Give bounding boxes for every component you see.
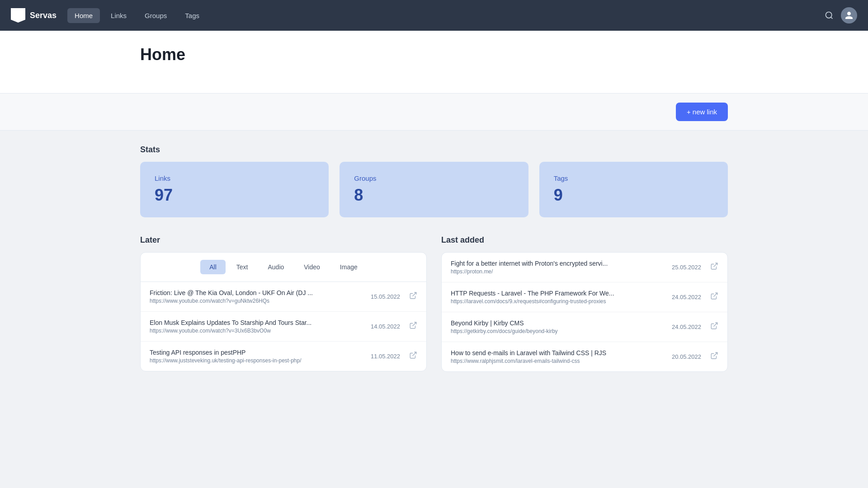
link-url: https://laravel.com/docs/9.x/requests#co… <box>451 298 666 305</box>
stat-tags: Tags 9 <box>539 162 728 217</box>
link-info: HTTP Requests - Laravel - The PHP Framew… <box>451 290 666 305</box>
link-title: Fight for a better internet with Proton'… <box>451 260 666 267</box>
stats-section: Stats Links 97 Groups 8 Tags 9 <box>140 145 728 217</box>
last-added-list-item: Fight for a better internet with Proton'… <box>442 253 727 282</box>
last-added-section: Last added Fight for a better internet w… <box>441 235 728 372</box>
link-date: 20.05.2022 <box>672 353 701 360</box>
link-title: Elon Musk Explains Updates To Starship A… <box>150 319 365 326</box>
link-url: https://www.youtube.com/watch?v=3Ux6B3bv… <box>150 328 365 334</box>
link-info: Testing API responses in pestPHP https:/… <box>150 349 365 364</box>
main-content: Stats Links 97 Groups 8 Tags 9 <box>122 131 746 390</box>
link-title: Beyond Kirby | Kirby CMS <box>451 319 666 327</box>
later-panel: All Text Audio Video Image Friction: Liv… <box>140 252 427 371</box>
new-link-button[interactable]: + new link <box>676 103 728 121</box>
nav-home[interactable]: Home <box>67 8 100 23</box>
svg-line-3 <box>413 352 416 356</box>
page-title-section: Home <box>0 31 868 94</box>
svg-point-0 <box>826 12 832 18</box>
page-title: Home <box>140 45 728 64</box>
svg-line-6 <box>714 323 717 326</box>
filter-video[interactable]: Video <box>295 260 329 274</box>
filter-text[interactable]: Text <box>227 260 257 274</box>
link-info: Friction: Live @ The Kia Oval, London - … <box>150 289 365 304</box>
avatar-icon <box>844 11 854 20</box>
external-link-icon[interactable] <box>710 262 718 272</box>
stat-links-value: 97 <box>155 186 314 205</box>
link-title: HTTP Requests - Laravel - The PHP Framew… <box>451 290 666 297</box>
toolbar: + new link <box>0 94 868 131</box>
stats-grid: Links 97 Groups 8 Tags 9 <box>140 162 728 217</box>
stat-links: Links 97 <box>140 162 329 217</box>
search-button[interactable] <box>821 7 837 23</box>
filter-image[interactable]: Image <box>331 260 367 274</box>
svg-line-2 <box>413 322 416 326</box>
nav-links[interactable]: Links <box>104 8 134 23</box>
stat-groups-label: Groups <box>354 174 514 182</box>
external-link-icon[interactable] <box>409 321 417 332</box>
link-date: 11.05.2022 <box>371 353 400 360</box>
stat-groups: Groups 8 <box>340 162 528 217</box>
link-url: https://getkirby.com/docs/guide/beyond-k… <box>451 328 666 334</box>
user-avatar[interactable] <box>841 7 857 23</box>
link-title: How to send e-mails in Laravel with Tail… <box>451 349 666 357</box>
stat-links-label: Links <box>155 174 314 182</box>
link-info: Elon Musk Explains Updates To Starship A… <box>150 319 365 334</box>
last-added-panel: Fight for a better internet with Proton'… <box>441 252 728 372</box>
filter-audio[interactable]: Audio <box>259 260 293 274</box>
link-url: https://www.juststeveking.uk/testing-api… <box>150 357 365 364</box>
filter-tabs: All Text Audio Video Image <box>141 253 426 282</box>
later-title: Later <box>140 235 427 245</box>
last-added-list-item: HTTP Requests - Laravel - The PHP Framew… <box>442 282 727 312</box>
link-title: Friction: Live @ The Kia Oval, London - … <box>150 289 365 296</box>
stat-groups-value: 8 <box>354 186 514 205</box>
link-date: 24.05.2022 <box>672 294 701 300</box>
link-date: 14.05.2022 <box>371 323 400 330</box>
logo-icon <box>11 8 25 23</box>
svg-line-7 <box>714 352 717 356</box>
two-col-layout: Later All Text Audio Video Image Frictio… <box>140 235 728 372</box>
link-info: Fight for a better internet with Proton'… <box>451 260 666 275</box>
link-url: https://www.youtube.com/watch?v=guNktw26… <box>150 298 365 304</box>
app-logo[interactable]: Servas <box>11 8 57 23</box>
nav-groups[interactable]: Groups <box>137 8 174 23</box>
nav-tags[interactable]: Tags <box>178 8 207 23</box>
later-list-item: Testing API responses in pestPHP https:/… <box>141 342 426 371</box>
link-title: Testing API responses in pestPHP <box>150 349 365 356</box>
svg-line-5 <box>714 293 717 296</box>
later-section: Later All Text Audio Video Image Frictio… <box>140 235 427 371</box>
svg-line-4 <box>714 263 717 267</box>
later-items: Friction: Live @ The Kia Oval, London - … <box>141 282 426 371</box>
stat-tags-label: Tags <box>554 174 713 182</box>
link-date: 24.05.2022 <box>672 324 701 330</box>
link-info: How to send e-mails in Laravel with Tail… <box>451 349 666 364</box>
external-link-icon[interactable] <box>710 352 718 362</box>
svg-line-1 <box>413 292 416 296</box>
external-link-icon[interactable] <box>710 322 718 332</box>
last-added-list-item: Beyond Kirby | Kirby CMS https://getkirb… <box>442 312 727 342</box>
link-date: 15.05.2022 <box>371 293 400 300</box>
navbar: Servas Home Links Groups Tags <box>0 0 868 31</box>
later-list-item: Elon Musk Explains Updates To Starship A… <box>141 312 426 342</box>
external-link-icon[interactable] <box>409 291 417 302</box>
search-icon <box>825 11 834 20</box>
link-date: 25.05.2022 <box>672 264 701 271</box>
last-added-list-item: How to send e-mails in Laravel with Tail… <box>442 342 727 371</box>
link-info: Beyond Kirby | Kirby CMS https://getkirb… <box>451 319 666 334</box>
link-url: https://www.ralphjsmit.com/laravel-email… <box>451 358 666 364</box>
stat-tags-value: 9 <box>554 186 713 205</box>
external-link-icon[interactable] <box>710 292 718 302</box>
last-added-title: Last added <box>441 235 728 245</box>
app-name: Servas <box>30 11 57 20</box>
external-link-icon[interactable] <box>409 351 417 361</box>
filter-all[interactable]: All <box>200 260 226 274</box>
link-url: https://proton.me/ <box>451 268 666 275</box>
stats-title: Stats <box>140 145 728 155</box>
later-list-item: Friction: Live @ The Kia Oval, London - … <box>141 282 426 312</box>
